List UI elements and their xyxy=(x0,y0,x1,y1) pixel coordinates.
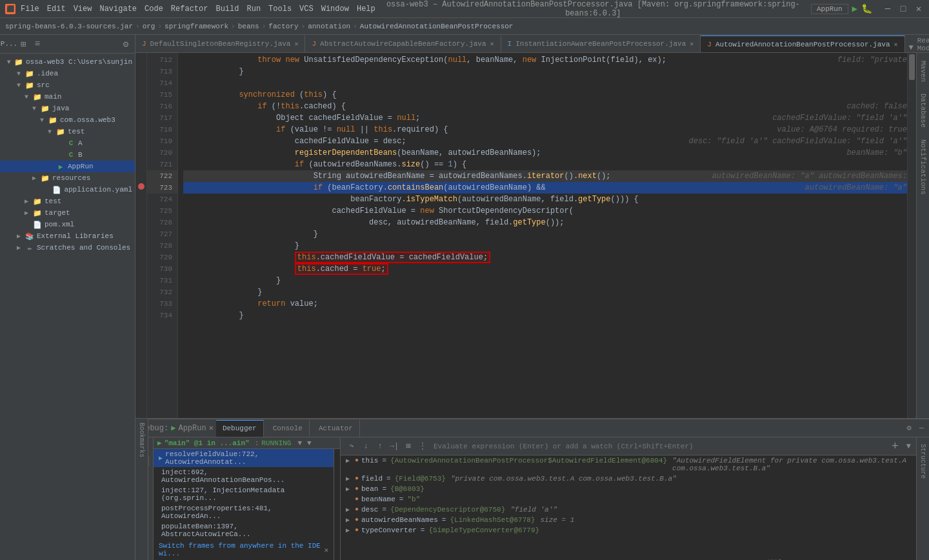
debug-settings-icon[interactable]: ⚙ xyxy=(907,423,912,433)
tree-item-yaml[interactable]: 📄 application.yaml xyxy=(0,184,135,195)
tab-instantiation[interactable]: I InstantiationAwareBeanPostProcessor.ja… xyxy=(501,35,701,52)
debug-run-config[interactable]: AppRun xyxy=(178,424,206,433)
database-tab[interactable]: Database xyxy=(918,88,928,133)
reader-mode-button[interactable]: Reader Mode xyxy=(917,37,929,52)
code-content[interactable]: throw new UnsatisfiedDependencyException… xyxy=(178,53,907,418)
eval-add-button[interactable]: + xyxy=(892,440,899,453)
bookmarks-tab[interactable]: Bookmarks xyxy=(137,419,146,461)
var-field[interactable]: ▶ ● field = {Field@6753} "private com.os… xyxy=(341,474,916,484)
var-this[interactable]: ▶ ● this = {AutowiredAnnotationBeanPostP… xyxy=(341,455,916,474)
debug-tab-actuator[interactable]: Actuator xyxy=(312,420,360,437)
eval-input[interactable] xyxy=(434,443,886,450)
breadcrumb-part-6[interactable]: AutowiredAnnotationBeanPostProcessor xyxy=(360,23,514,30)
breadcrumb-part-5[interactable]: annotation xyxy=(308,23,350,30)
menu-build[interactable]: Build xyxy=(215,5,239,14)
menu-help[interactable]: Help xyxy=(357,5,375,14)
sidebar-settings-icon[interactable]: ⚙ xyxy=(119,37,132,50)
var-expand-icon[interactable]: ▶ xyxy=(346,475,352,483)
breakpoint-line722[interactable] xyxy=(135,181,146,192)
tree-item-scratches[interactable]: ▶ ✏️ Scratches and Consoles xyxy=(0,242,135,254)
tab-overflow-button[interactable]: ▼ xyxy=(905,43,917,52)
frame-2[interactable]: inject:127, InjectionMetadata (org.sprin… xyxy=(154,485,334,503)
right-scroll-gutter[interactable] xyxy=(907,53,916,418)
tree-item-target[interactable]: ▶ 📁 target xyxy=(0,207,135,219)
sidebar-sort-icon[interactable]: ≡ xyxy=(31,37,44,50)
tree-item-main[interactable]: ▼ 📁 main xyxy=(0,91,135,103)
frame-4[interactable]: populateBean:1397, AbstractAutowireCa... xyxy=(154,521,334,539)
tree-item-java[interactable]: ▼ 📁 java xyxy=(0,103,135,114)
scroll-indicator[interactable] xyxy=(909,54,915,80)
frame-1[interactable]: inject:692, AutowiredAnnotationBeanPos..… xyxy=(154,467,334,485)
sidebar-project-tab[interactable]: P... xyxy=(3,37,15,50)
run-cursor-eval-btn[interactable]: →| xyxy=(388,441,400,452)
filter-dropdown[interactable]: ▼ xyxy=(307,439,312,447)
tree-item-external-libs[interactable]: ▶ 📚 External Libraries xyxy=(0,230,135,242)
breadcrumb-part-1[interactable]: org xyxy=(143,23,155,30)
tab-close-icon[interactable]: ✕ xyxy=(294,40,298,48)
structure-tab[interactable]: Structure xyxy=(918,440,928,483)
var-beanname[interactable]: ● beanName = "b" xyxy=(341,494,916,505)
debug-tab-debugger[interactable]: Debugger xyxy=(216,420,264,437)
menu-code[interactable]: Code xyxy=(145,5,163,14)
menu-window[interactable]: Window xyxy=(321,5,349,14)
run-button[interactable]: ▶ xyxy=(852,3,857,14)
tab-autowired-active[interactable]: J AutowiredAnnotationBeanPostProcessor.j… xyxy=(701,35,904,52)
tree-item-idea[interactable]: ▼ 📁 .idea xyxy=(0,68,135,79)
tab-close-icon[interactable]: ✕ xyxy=(490,40,494,48)
debug-minimize-icon[interactable]: ─ xyxy=(919,424,924,433)
tree-item-apprun[interactable]: ▶ AppRun xyxy=(0,161,135,172)
step-over-eval-btn[interactable]: ↷ xyxy=(346,441,357,452)
menu-file[interactable]: File xyxy=(21,5,39,14)
tree-item-com-ossa[interactable]: ▼ 📁 com.ossa.web3 xyxy=(0,114,135,126)
var-bean[interactable]: ▶ ● bean = {B@6803} xyxy=(341,484,916,494)
menu-tools[interactable]: Tools xyxy=(268,5,292,14)
var-expand-icon[interactable]: ▶ xyxy=(346,457,352,465)
var-expand-icon[interactable]: ▶ xyxy=(346,516,352,524)
debug-tab-console[interactable]: Console xyxy=(266,420,310,437)
breadcrumb-part-3[interactable]: beans xyxy=(238,23,259,30)
frame-3[interactable]: postProcessProperties:481, AutowiredAn..… xyxy=(154,503,334,521)
tree-item-test[interactable]: ▶ 📁 test xyxy=(0,195,135,207)
sidebar-toggle-icon[interactable]: ⊞ xyxy=(17,37,30,50)
maven-tab[interactable]: Maven xyxy=(918,55,928,87)
menu-edit[interactable]: Edit xyxy=(47,5,66,14)
tree-item-src[interactable]: ▼ 📁 src xyxy=(0,79,135,91)
tree-item-test-folder[interactable]: ▼ 📁 test xyxy=(0,126,135,137)
eval-dropdown[interactable]: ▼ xyxy=(906,442,911,451)
tree-item-pom[interactable]: 📄 pom.xml xyxy=(0,219,135,230)
tab-close-icon[interactable]: ✕ xyxy=(690,40,694,48)
var-type-converter[interactable]: ▶ ● typeConverter = {SimpleTypeConverter… xyxy=(341,525,916,535)
debug-run-close[interactable]: ✕ xyxy=(209,423,214,433)
step-into-eval-btn[interactable]: ↓ xyxy=(360,441,372,452)
menu-view[interactable]: View xyxy=(74,5,92,14)
var-expand-icon[interactable]: ▶ xyxy=(346,526,352,534)
var-desc[interactable]: ▶ ● desc = {DependencyDescriptor@6750} "… xyxy=(341,505,916,515)
minimize-button[interactable]: ─ xyxy=(883,4,893,14)
grid-eval-btn[interactable]: ⊞ xyxy=(403,441,414,452)
tab-close-icon[interactable]: ✕ xyxy=(894,41,898,48)
tree-item-class-b[interactable]: C B xyxy=(0,149,135,161)
debug-button[interactable]: 🐛 xyxy=(861,3,872,14)
tab-defaultsingleton[interactable]: J DefaultSingletonBeanRegistry.java ✕ xyxy=(135,35,305,52)
close-button[interactable]: ✕ xyxy=(914,4,924,14)
breadcrumb-part-2[interactable]: springframework xyxy=(165,23,228,30)
run-config-selector[interactable]: AppRun xyxy=(811,4,848,14)
tree-item-root[interactable]: ▼ 📁 ossa-web3 C:\Users\sunjin xyxy=(0,56,135,68)
notifications-tab[interactable]: Notifications xyxy=(918,134,928,200)
filter-button[interactable]: ▼ xyxy=(297,439,302,447)
var-expand-icon[interactable]: ▶ xyxy=(346,485,352,493)
var-expand-icon[interactable]: ▶ xyxy=(346,506,352,514)
maximize-button[interactable]: □ xyxy=(898,4,908,14)
menu-run[interactable]: Run xyxy=(246,5,261,14)
var-autowired-bean-names[interactable]: ▶ ● autowiredBeanNames = {LinkedHashSet@… xyxy=(341,515,916,525)
menu-vcs[interactable]: VCS xyxy=(299,5,314,14)
tab-abstractautowire[interactable]: J AbstractAutowireCapableBeanFactory.jav… xyxy=(305,35,501,52)
more-eval-btn[interactable]: ⋮ xyxy=(417,441,428,452)
tree-item-resources[interactable]: ▶ 📁 resources xyxy=(0,172,135,184)
tree-item-class-a[interactable]: C A xyxy=(0,137,135,149)
frame-0[interactable]: ▶ resolveFieldValue:722, AutowiredAnnota… xyxy=(154,449,334,467)
switch-frames-link[interactable]: Switch frames from anywhere in the IDE w… xyxy=(154,539,334,560)
breadcrumb-part-4[interactable]: factory xyxy=(268,23,298,30)
menu-navigate[interactable]: Navigate xyxy=(99,5,137,14)
breadcrumb-part-0[interactable]: spring-beans-6.0.3-sources.jar xyxy=(5,23,133,30)
